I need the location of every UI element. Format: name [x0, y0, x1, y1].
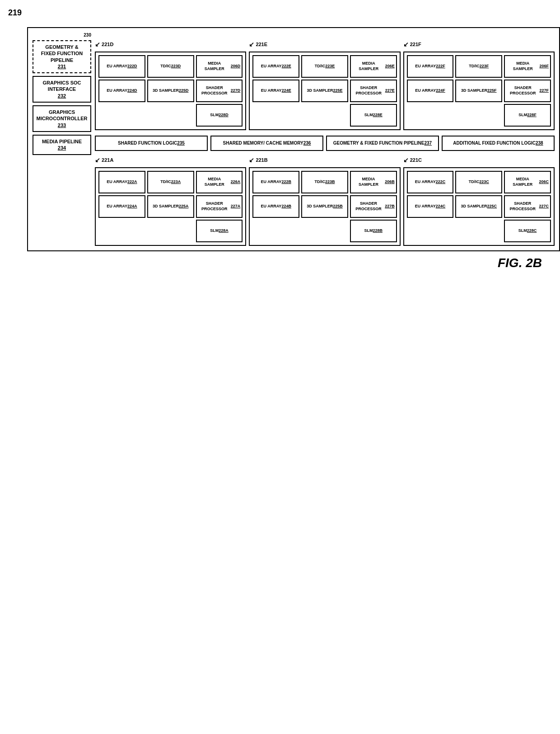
eu-array-224D: EU ARRAY224D — [98, 80, 145, 102]
media-sampler-206F: MEDIA SAMPLER206F — [504, 55, 551, 78]
col-eu-221B: EU ARRAY222B EU ARRAY224B — [252, 171, 299, 242]
col-td-221D: TD/IC223D 3D SAMPLER225D — [147, 55, 194, 127]
sidebar-label-top: 230 — [84, 33, 91, 38]
top-row-labels: ↙ 221D ↙ 221E ↙ 221F — [95, 33, 555, 48]
sampler-3d-225F: 3D SAMPLER225F — [455, 80, 502, 102]
col-eu-221C: EU ARRAY222C EU ARRAY224C — [407, 171, 454, 242]
tdic-223B: TD/IC223B — [301, 171, 348, 193]
label-221A: ↙ 221A — [95, 156, 246, 164]
sidebar-geometry-fixed: GEOMETRY &FIXED FUNCTIONPIPELINE231 — [33, 40, 91, 73]
col-media-221C: MEDIA SAMPLER206C SHADER PROCESSOR227C S… — [504, 171, 551, 242]
col-td-221C: TD/IC223C 3D SAMPLER225C — [455, 171, 502, 242]
col-media-221A: MEDIA SAMPLER226A SHADER PROCESSOR227A S… — [196, 171, 243, 242]
sub-array-221F: EU ARRAY222F EU ARRAY224F TD/IC223F 3D S… — [403, 52, 555, 130]
eu-array-222F: EU ARRAY222F — [407, 55, 454, 78]
sidebar-graphics-soc: GRAPHICS SOCINTERFACE232 — [33, 76, 91, 103]
label-221F: ↙ 221F — [403, 41, 555, 48]
col-eu-221D: EU ARRAY222D EU ARRAY224D — [98, 55, 145, 127]
col-td-221F: TD/IC223F 3D SAMPLER225F — [455, 55, 502, 127]
tdic-223E: TD/IC223E — [301, 55, 348, 78]
sampler-3d-225D: 3D SAMPLER225D — [147, 80, 194, 102]
eu-array-224C: EU ARRAY224C — [407, 195, 454, 218]
tdic-223D: TD/IC223D — [147, 55, 194, 78]
eu-array-224E: EU ARRAY224E — [252, 80, 299, 102]
left-sidebar: 230 GEOMETRY &FIXED FUNCTIONPIPELINE231 … — [33, 33, 91, 246]
sampler-3d-225C: 3D SAMPLER225C — [455, 195, 502, 218]
eu-array-222E: EU ARRAY222E — [252, 55, 299, 78]
slm-228F: SLM228F — [504, 104, 551, 127]
bottom-sub-array-row: EU ARRAY222A EU ARRAY224A TD/IC223A 3D S… — [95, 167, 555, 246]
eu-array-224B: EU ARRAY224B — [252, 195, 299, 218]
media-sampler-206B: MEDIA SAMPLER206B — [350, 171, 397, 193]
col-td-221E: TD/IC223E 3D SAMPLER225E — [301, 55, 348, 127]
sampler-3d-225B: 3D SAMPLER225B — [301, 195, 348, 218]
media-sampler-206C: MEDIA SAMPLER206C — [504, 171, 551, 193]
shared-memory-cache: SHARED MEMORY/ CACHE MEMORY 236 — [210, 136, 323, 151]
sub-array-221C: EU ARRAY222C EU ARRAY224C TD/IC223C 3D S… — [403, 167, 555, 246]
geometry-fixed-pipeline: GEOMETRY & FIXED FUNCTION PIPELINE 237 — [326, 136, 439, 151]
main-content: ↙ 221D ↙ 221E ↙ 221F EU ARRAY222D EU ARR… — [95, 33, 555, 246]
col-eu-221A: EU ARRAY222A EU ARRAY224A — [98, 171, 145, 242]
page-number: 219 — [8, 8, 22, 18]
eu-array-224A: EU ARRAY224A — [98, 195, 145, 218]
shader-proc-227E: SHADER PROCESSOR227E — [350, 80, 397, 102]
label-221C: ↙ 221C — [403, 156, 555, 164]
sub-array-221D: EU ARRAY222D EU ARRAY224D TD/IC223D 3D S… — [95, 52, 246, 130]
top-sub-array-row: EU ARRAY222D EU ARRAY224D TD/IC223D 3D S… — [95, 52, 555, 130]
additional-fixed-logic: ADDITIONAL FIXED FUNCTION LOGIC 238 — [442, 136, 555, 151]
sidebar-media-pipeline: MEDIA PIPELINE234 — [33, 135, 91, 155]
col-eu-221F: EU ARRAY222F EU ARRAY224F — [407, 55, 454, 127]
media-sampler-206E: MEDIA SAMPLER206E — [350, 55, 397, 78]
col-td-221B: TD/IC223B 3D SAMPLER225B — [301, 171, 348, 242]
col-media-221B: MEDIA SAMPLER206B SHADER PROCESSOR227B S… — [350, 171, 397, 242]
shader-proc-227C: SHADER PROCESSOR227C — [504, 195, 551, 218]
slm-228A: SLM228A — [196, 220, 243, 242]
eu-array-222D: EU ARRAY222D — [98, 55, 145, 78]
col-media-221D: MEDIA SAMPLER206D SHADER PROCESSOR227D S… — [196, 55, 243, 127]
sampler-3d-225A: 3D SAMPLER225A — [147, 195, 194, 218]
shared-function-logic: SHARED FUNCTION LOGIC 235 — [95, 136, 208, 151]
col-media-221E: MEDIA SAMPLER206E SHADER PROCESSOR227E S… — [350, 55, 397, 127]
col-eu-221E: EU ARRAY222E EU ARRAY224E — [252, 55, 299, 127]
media-sampler-206D: MEDIA SAMPLER206D — [196, 55, 243, 78]
outer-container: 230 GEOMETRY &FIXED FUNCTIONPIPELINE231 … — [27, 27, 560, 251]
label-221D: ↙ 221D — [95, 41, 246, 48]
eu-array-222A: EU ARRAY222A — [98, 171, 145, 193]
middle-shared-row: SHARED FUNCTION LOGIC 235 SHARED MEMORY/… — [95, 136, 555, 151]
eu-array-224F: EU ARRAY224F — [407, 80, 454, 102]
col-td-221A: TD/IC223A 3D SAMPLER225A — [147, 171, 194, 242]
sub-array-221B: EU ARRAY222B EU ARRAY224B TD/IC223B 3D S… — [249, 167, 400, 246]
sampler-3d-225E: 3D SAMPLER225E — [301, 80, 348, 102]
shader-proc-227A: SHADER PROCESSOR227A — [196, 195, 243, 218]
sub-array-221A: EU ARRAY222A EU ARRAY224A TD/IC223A 3D S… — [95, 167, 246, 246]
label-221B: ↙ 221B — [249, 156, 400, 164]
tdic-223F: TD/IC223F — [455, 55, 502, 78]
tdic-223A: TD/IC223A — [147, 171, 194, 193]
fig-label: FIG. 2B — [9, 256, 542, 270]
sub-array-221E: EU ARRAY222E EU ARRAY224E TD/IC223E 3D S… — [249, 52, 400, 130]
bottom-row-labels: ↙ 221A ↙ 221B ↙ 221C — [95, 156, 555, 164]
label-221E: ↙ 221E — [249, 41, 400, 48]
shader-proc-227D: SHADER PROCESSOR227D — [196, 80, 243, 102]
shader-proc-227B: SHADER PROCESSOR227B — [350, 195, 397, 218]
eu-array-222B: EU ARRAY222B — [252, 171, 299, 193]
sidebar-graphics-micro: GRAPHICSMICROCONTROLLER233 — [33, 105, 91, 132]
slm-228E: SLM228E — [350, 104, 397, 127]
tdic-223C: TD/IC223C — [455, 171, 502, 193]
slm-228C: SLM228C — [504, 220, 551, 242]
shader-proc-227F: SHADER PROCESSOR227F — [504, 80, 551, 102]
eu-array-222C: EU ARRAY222C — [407, 171, 454, 193]
media-sampler-226A: MEDIA SAMPLER226A — [196, 171, 243, 193]
slm-228B: SLM228B — [350, 220, 397, 242]
slm-228D: SLM228D — [196, 104, 243, 127]
col-media-221F: MEDIA SAMPLER206F SHADER PROCESSOR227F S… — [504, 55, 551, 127]
